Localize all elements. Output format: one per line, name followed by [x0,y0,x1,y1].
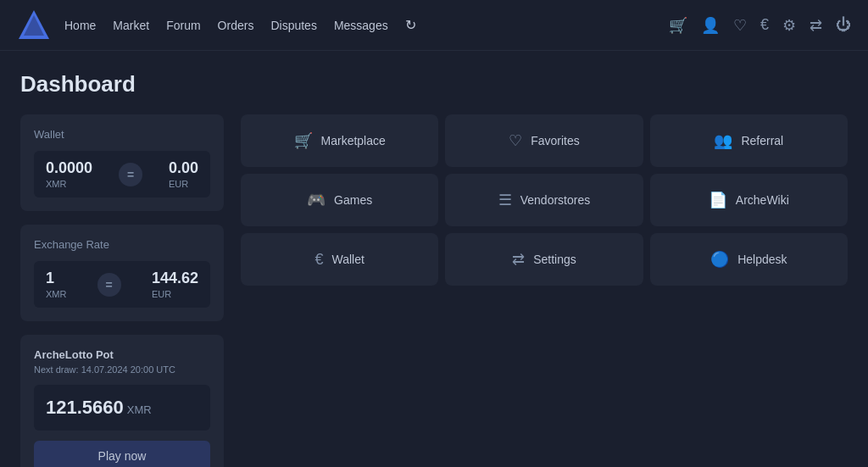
nav-messages[interactable]: Messages [334,19,388,32]
navbar: Home Market Forum Orders Disputes Messag… [0,0,868,51]
marketplace-icon: 🛒 [294,131,313,150]
rate-eur: 144.62 EUR [152,270,198,299]
settings-icon: ⇄ [512,250,525,269]
heart-icon[interactable]: ♡ [733,16,747,35]
nav-home[interactable]: Home [64,19,96,32]
euro-icon[interactable]: € [760,16,769,34]
favorites-label: Favorites [531,134,580,147]
rate-xmr: 1 XMR [46,270,66,299]
referral-icon: 👥 [714,131,732,150]
wallet-icon: € [314,251,323,269]
lotto-amount: 121.5660 [46,397,124,418]
grid-marketplace[interactable]: 🛒 Marketplace [241,114,438,167]
lotto-unit: XMR [127,403,152,416]
eur-unit: EUR [169,179,198,189]
refresh-icon[interactable]: ↻ [405,17,416,33]
helpdesk-label: Helpdesk [737,253,787,266]
xmr-value: 0.0000 [46,159,92,177]
helpdesk-icon: 🔵 [710,250,729,269]
wallet-card: Wallet 0.0000 XMR = 0.00 EUR [20,114,224,211]
user-icon[interactable]: 👤 [701,16,720,35]
wallet-grid-label: Wallet [331,253,364,266]
balance-row: 0.0000 XMR = 0.00 EUR [34,151,210,197]
rate-xmr-value: 1 [46,270,66,287]
nav-links: Home Market Forum Orders Disputes Messag… [64,17,669,33]
nav-orders[interactable]: Orders [218,19,254,32]
grid-vendorstores[interactable]: ☰ Vendorstores [445,174,643,226]
xmr-unit: XMR [46,179,92,189]
main-content: Dashboard Wallet 0.0000 XMR = 0.00 EUR [0,51,868,467]
archewiki-icon: 📄 [709,191,727,209]
grid-favorites[interactable]: ♡ Favorites [445,114,643,167]
games-icon: 🎮 [307,191,326,209]
lotto-title: ArcheLotto Pot [34,348,210,361]
grid-referral[interactable]: 👥 Referral [650,114,848,167]
equals-sign: = [119,163,142,186]
play-now-button[interactable]: Play now [34,441,210,467]
grid-archewiki[interactable]: 📄 ArcheWiki [650,174,848,226]
lotto-amount-box: 121.5660XMR [34,385,210,431]
grid-helpdesk[interactable]: 🔵 Helpdesk [650,233,848,286]
left-column: Wallet 0.0000 XMR = 0.00 EUR Exchange Ra… [20,114,224,467]
eur-balance: 0.00 EUR [169,159,198,189]
vendorstores-icon: ☰ [498,191,512,209]
cart-icon[interactable]: 🛒 [669,16,687,35]
logo [17,8,51,42]
dashboard-layout: Wallet 0.0000 XMR = 0.00 EUR Exchange Ra… [20,114,848,467]
grid-games[interactable]: 🎮 Games [241,174,438,226]
exchange-rate-title: Exchange Rate [34,238,210,251]
grid-settings[interactable]: ⇄ Settings [445,233,643,286]
nav-market[interactable]: Market [113,19,149,32]
eur-value: 0.00 [169,159,198,177]
exchange-icon[interactable]: ⇄ [810,16,822,35]
marketplace-label: Marketplace [321,134,386,147]
page-title: Dashboard [20,71,848,97]
xmr-balance: 0.0000 XMR [46,159,92,189]
grid-wallet[interactable]: € Wallet [241,233,438,286]
exchange-rate-row: 1 XMR = 144.62 EUR [34,261,210,308]
games-label: Games [334,193,372,207]
archewiki-label: ArcheWiki [736,193,789,207]
nav-disputes[interactable]: Disputes [270,19,316,32]
rate-xmr-unit: XMR [46,289,66,299]
nav-icons: 🛒 👤 ♡ € ⚙ ⇄ ⏻ [669,16,851,35]
vendorstores-label: Vendorstores [520,193,591,207]
power-icon[interactable]: ⏻ [836,16,851,34]
dashboard-grid: 🛒 Marketplace ♡ Favorites 👥 Referral 🎮 G… [241,114,848,286]
favorites-icon: ♡ [509,131,522,150]
wallet-title: Wallet [34,128,210,141]
gear-icon[interactable]: ⚙ [782,16,796,35]
rate-equals-sign: = [97,273,121,297]
rate-eur-value: 144.62 [152,270,198,287]
nav-forum[interactable]: Forum [166,19,200,32]
arche-lotto-card: ArcheLotto Pot Next draw: 14.07.2024 20:… [20,335,224,467]
referral-label: Referral [741,134,783,147]
rate-eur-unit: EUR [152,289,198,299]
exchange-rate-card: Exchange Rate 1 XMR = 144.62 EUR [20,225,224,321]
lotto-subtitle: Next draw: 14.07.2024 20:00 UTC [34,364,210,375]
settings-label: Settings [533,253,576,266]
